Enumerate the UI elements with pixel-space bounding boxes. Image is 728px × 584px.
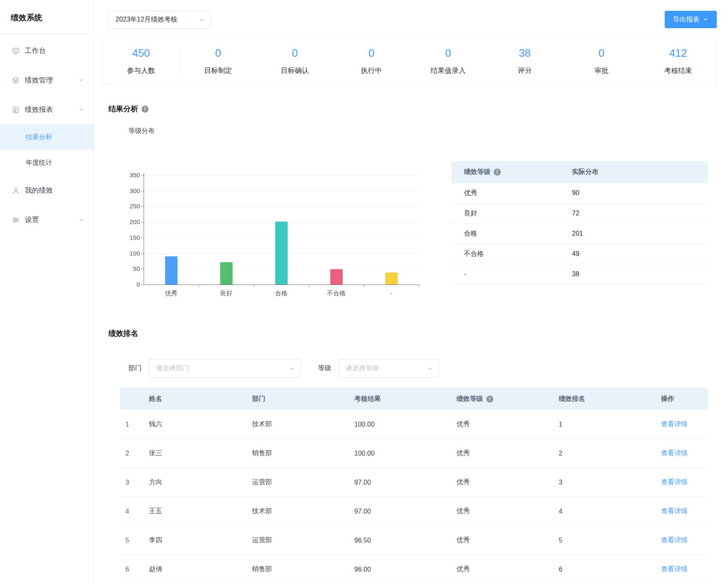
view-detail-link[interactable]: 查看详情 (661, 478, 687, 485)
stat-执行中: 0执行中 (333, 47, 410, 75)
stat-value: 412 (640, 47, 716, 60)
grade-select-placeholder: 请选择等级 (346, 364, 379, 373)
distribution-count: 49 (572, 250, 708, 258)
distribution-count: 90 (572, 189, 708, 197)
distribution-row: 良好72 (452, 203, 708, 224)
y-axis-tick-label: 50 (124, 265, 140, 272)
stat-value: 0 (410, 47, 486, 60)
info-icon[interactable]: ! (142, 106, 149, 113)
layers-icon (12, 76, 20, 84)
x-axis-tick (309, 285, 309, 287)
y-axis-tick-label: 300 (124, 187, 140, 194)
ranking-cell-dept: 技术部 (252, 507, 354, 516)
distribution-row: 优秀90 (452, 183, 708, 203)
distribution-row: 合格201 (452, 224, 708, 244)
stat-考核结束: 412考核结束 (640, 47, 716, 75)
sidebar-item-2[interactable]: 绩效管理 (0, 65, 94, 95)
ranking-cell-dept: 运营部 (252, 478, 354, 487)
chevron-down-icon (78, 77, 84, 83)
chevron-down-icon (199, 17, 205, 23)
stat-value: 450 (103, 47, 179, 60)
main-content: 2023年12月绩效考核 导出报表 450参与人数0目标制定0目标确认0执行中0… (94, 0, 728, 584)
ranking-header-绩效等级: 绩效等级! (457, 395, 559, 403)
ranking-cell-rank: 2 (559, 450, 661, 457)
view-detail-link[interactable]: 查看详情 (661, 565, 687, 572)
sidebar-item-5[interactable]: 设置 (0, 205, 94, 234)
ranking-cell-grade: 优秀 (457, 420, 559, 429)
distribution-grade: 优秀 (452, 189, 572, 198)
y-axis-tick-label: 350 (124, 171, 140, 179)
stat-value: 0 (257, 47, 333, 60)
sidebar-subitem-结果分析[interactable]: 结果分析 (0, 124, 94, 150)
bar-不合格[interactable] (330, 269, 343, 285)
result-analysis-header: 结果分析 ! (108, 104, 717, 114)
ranking-cell-index: 6 (120, 566, 149, 573)
distribution-header-count: 实际分布 (572, 168, 708, 176)
department-select[interactable]: 请选择部门 (149, 359, 301, 378)
ranking-row: 4王五技术部97.00优秀4查看详情 (120, 497, 708, 526)
distribution-grade: - (452, 270, 572, 278)
result-analysis-title: 结果分析 (108, 104, 138, 114)
bar-合格[interactable] (275, 222, 288, 285)
ranking-cell-dept: 销售部 (252, 565, 354, 574)
grade-filter-label: 等级 (318, 364, 331, 373)
export-report-button[interactable]: 导出报表 (665, 11, 717, 28)
distribution-table-header: 绩效等级!实际分布 (452, 161, 708, 183)
view-detail-link[interactable]: 查看详情 (661, 536, 687, 543)
app-root: 绩效系统 工作台绩效管理绩效报表结果分析年度统计我的绩效设置 2023年12月绩… (0, 0, 728, 584)
ranking-cell-index: 1 (120, 421, 149, 428)
chevron-down-icon (427, 366, 433, 372)
stat-审批: 0审批 (563, 47, 640, 75)
bar-良好[interactable] (220, 262, 233, 285)
sidebar-item-4[interactable]: 我的绩效 (0, 176, 94, 205)
report-icon (12, 106, 20, 114)
bar-优秀[interactable] (165, 256, 178, 285)
gridline (144, 175, 419, 176)
ranking-cell-rank: 3 (559, 479, 661, 486)
sidebar-item-label: 绩效管理 (25, 75, 53, 85)
stat-结果值录入: 0结果值录入 (410, 47, 486, 75)
ranking-cell-score: 96.00 (354, 566, 457, 573)
ranking-cell-score: 100.00 (354, 421, 457, 428)
y-axis-tick-label: 200 (124, 218, 140, 225)
sidebar-item-label: 我的绩效 (25, 186, 53, 195)
ranking-header-绩效排名: 绩效排名 (559, 395, 661, 403)
ranking-cell-index: 2 (120, 450, 149, 457)
ranking-cell-grade: 优秀 (457, 536, 559, 545)
ranking-cell-index: 5 (120, 537, 149, 544)
ranking-cell-index: 3 (120, 479, 149, 486)
ranking-cell-action: 查看详情 (661, 449, 708, 458)
ranking-header: 绩效排名 (108, 328, 717, 338)
view-detail-link[interactable]: 查看详情 (661, 420, 687, 427)
view-detail-link[interactable]: 查看详情 (661, 507, 687, 514)
x-axis-category-label: 合格 (254, 290, 309, 297)
gridline (144, 191, 419, 191)
stat-目标制定: 0目标制定 (180, 47, 256, 75)
department-select-placeholder: 请选择部门 (156, 364, 189, 373)
ranking-cell-action: 查看详情 (661, 507, 708, 516)
ranking-table: 姓名部门考核结果绩效等级!绩效排名操作1钱六技术部100.00优秀1查看详情2张… (120, 388, 708, 584)
department-filter-label: 部门 (128, 364, 142, 373)
distribution-header-grade: 绩效等级! (452, 168, 572, 176)
ranking-cell-rank: 6 (559, 566, 661, 573)
stats-summary-card: 450参与人数0目标制定0目标确认0执行中0结果值录入38评分0审批412考核结… (102, 37, 717, 85)
y-axis-tick-label: 100 (124, 250, 140, 257)
ranking-cell-name: 钱六 (149, 420, 252, 429)
info-icon[interactable]: ! (486, 396, 493, 403)
grade-select[interactable]: 请选择等级 (339, 359, 439, 378)
x-axis-tick (419, 285, 419, 287)
stat-label: 评分 (486, 66, 563, 75)
ranking-row: 3方向运营部97.00优秀3查看详情 (120, 468, 708, 497)
period-select[interactable]: 2023年12月绩效考核 (108, 11, 211, 29)
info-icon[interactable]: ! (494, 169, 501, 176)
ranking-header-考核结果: 考核结果 (354, 395, 457, 403)
ranking-title: 绩效排名 (108, 328, 138, 338)
bar--[interactable] (385, 273, 398, 285)
sidebar-item-1[interactable]: 工作台 (0, 36, 94, 65)
view-detail-link[interactable]: 查看详情 (661, 449, 687, 456)
sidebar-subitem-年度统计[interactable]: 年度统计 (0, 150, 94, 176)
ranking-row: 5李四运营部96.50优秀5查看详情 (120, 526, 708, 555)
period-select-value: 2023年12月绩效考核 (115, 15, 177, 24)
chevron-down-icon (703, 17, 709, 22)
sidebar-item-3[interactable]: 绩效报表 (0, 95, 94, 124)
